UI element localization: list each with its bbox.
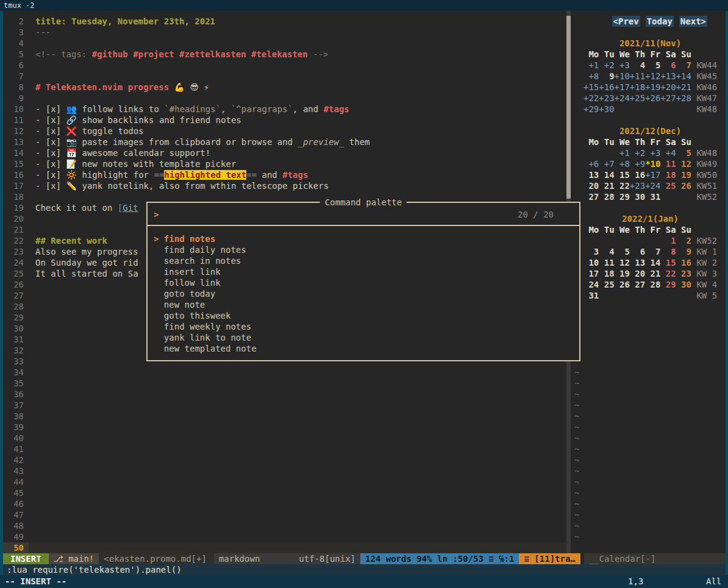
editor-line[interactable]: 44 — [3, 476, 566, 487]
calendar-day[interactable]: +2 — [630, 147, 645, 158]
palette-item[interactable]: goto thisweek — [148, 310, 579, 321]
calendar-day[interactable]: +17 — [615, 82, 630, 93]
editor-line[interactable]: 13- [x] 📷 paste images from clipboard or… — [3, 136, 566, 147]
calendar-day[interactable]: 27 — [583, 191, 599, 202]
palette-item[interactable]: > find notes — [148, 233, 579, 244]
calendar-day[interactable]: 5 — [615, 246, 630, 257]
calendar-day[interactable]: 10 — [583, 257, 599, 268]
calendar-day[interactable]: +20 — [660, 82, 676, 93]
calendar-day[interactable]: 18 — [660, 169, 676, 180]
editor-line[interactable]: 35 — [3, 378, 566, 389]
calendar-day[interactable]: +7 — [599, 158, 614, 169]
calendar-day[interactable]: +9 — [630, 158, 645, 169]
palette-item[interactable]: follow link — [148, 277, 579, 288]
editor-line[interactable]: 18 — [3, 191, 566, 202]
calendar-day[interactable]: 4 — [630, 60, 645, 71]
calendar-day[interactable]: 17 — [583, 268, 599, 279]
calendar-day[interactable]: +28 — [676, 93, 691, 104]
editor-line[interactable]: 45 — [3, 487, 566, 498]
calendar-day[interactable]: 7 — [645, 246, 660, 257]
calendar-day[interactable]: 15 — [660, 257, 676, 268]
calendar-day[interactable]: 29 — [660, 279, 676, 290]
editor-line[interactable]: 7 — [3, 71, 566, 82]
editor-line[interactable]: 38 — [3, 411, 566, 422]
editor-line[interactable]: 5<!-- tags: #github #project #zettelkast… — [3, 49, 566, 60]
editor-line[interactable]: 9 — [3, 93, 566, 104]
calendar-day[interactable]: +26 — [645, 93, 660, 104]
command-line[interactable]: :lua require('telekasten').panel() — [3, 564, 726, 575]
calendar-day[interactable]: 13 — [630, 257, 645, 268]
calendar-day[interactable]: 26 — [615, 279, 630, 290]
calendar-day[interactable]: +30 — [599, 104, 614, 115]
calendar-day[interactable]: 3 — [583, 246, 599, 257]
calendar-day[interactable]: +17 — [645, 169, 660, 180]
calendar-day[interactable]: 11 — [660, 158, 676, 169]
calendar-day[interactable]: 15 — [615, 169, 630, 180]
calendar-day[interactable]: 13 — [583, 169, 599, 180]
calendar-day[interactable]: +3 — [645, 147, 660, 158]
editor-line[interactable]: 37 — [3, 400, 566, 411]
calendar-day[interactable]: 16 — [676, 257, 691, 268]
calendar-day[interactable]: 22 — [615, 180, 630, 191]
palette-item[interactable]: new templated note — [148, 343, 579, 354]
editor-line[interactable]: 11- [x] 🔗 show backlinks and friend note… — [3, 115, 566, 126]
calendar-day[interactable]: 8 — [660, 246, 676, 257]
calendar-day[interactable]: 30 — [630, 191, 645, 202]
calendar-day[interactable]: 5 — [676, 147, 691, 158]
palette-item[interactable]: goto today — [148, 288, 579, 299]
calendar-day[interactable]: +23 — [599, 93, 614, 104]
palette-item[interactable]: new note — [148, 299, 579, 310]
calendar-day[interactable]: 31 — [645, 191, 660, 202]
palette-item[interactable]: search in notes — [148, 255, 579, 266]
calendar-day[interactable]: 14 — [645, 257, 660, 268]
calendar-day[interactable]: 6 — [660, 60, 676, 71]
calendar-day[interactable]: 20 — [583, 180, 599, 191]
calendar-day[interactable]: 19 — [676, 169, 691, 180]
calendar-day[interactable]: 14 — [599, 169, 614, 180]
calendar-day[interactable]: 31 — [583, 290, 599, 301]
scrollbar-thumb[interactable] — [566, 16, 571, 199]
calendar-next-button[interactable]: Next> — [679, 16, 707, 27]
calendar-day[interactable]: 16 — [630, 169, 645, 180]
editor-line[interactable]: 14- [x] 📅 awesome calendar support! — [3, 147, 566, 158]
calendar-day[interactable]: 26 — [676, 180, 691, 191]
calendar-day[interactable]: 22 — [660, 268, 676, 279]
calendar-day[interactable]: 6 — [630, 246, 645, 257]
calendar-day[interactable]: +1 — [583, 60, 599, 71]
calendar-day[interactable]: +8 — [615, 158, 630, 169]
calendar-day[interactable]: +19 — [645, 82, 660, 93]
editor-line[interactable]: 17- [x] ✏️ yank notelink, also from wthi… — [3, 180, 566, 191]
editor-line[interactable]: 36 — [3, 389, 566, 400]
calendar-day[interactable]: *10 — [645, 158, 660, 169]
editor-line[interactable]: 41 — [3, 444, 566, 455]
calendar-day[interactable]: 25 — [660, 180, 676, 191]
calendar-day[interactable]: 21 — [599, 180, 614, 191]
calendar-day[interactable]: +3 — [615, 60, 630, 71]
calendar-day[interactable]: 2 — [676, 235, 691, 246]
calendar-day[interactable]: +25 — [630, 93, 645, 104]
editor-line[interactable]: 8# Telekasten.nvim progress 💪 😎 ⚡ — [3, 82, 566, 93]
calendar-day[interactable]: 18 — [599, 268, 614, 279]
editor-line[interactable]: 34 — [3, 367, 566, 378]
calendar-day[interactable]: +11 — [630, 71, 645, 82]
calendar-day[interactable]: 21 — [645, 268, 660, 279]
calendar-day[interactable]: 4 — [599, 246, 614, 257]
calendar-day[interactable]: +13 — [660, 71, 676, 82]
calendar-prev-button[interactable]: <Prev — [612, 16, 640, 27]
editor-line[interactable]: 12- [x] ❌ toggle todos — [3, 126, 566, 136]
calendar-day[interactable]: 12 — [615, 257, 630, 268]
calendar-day[interactable]: 9 — [676, 246, 691, 257]
editor-line[interactable]: 47 — [3, 509, 566, 520]
calendar-day[interactable]: 27 — [630, 279, 645, 290]
editor-line[interactable]: 4 — [3, 38, 566, 49]
calendar-day[interactable]: +29 — [583, 104, 599, 115]
editor-line[interactable]: 6 — [3, 60, 566, 71]
calendar-day[interactable]: +10 — [615, 71, 630, 82]
palette-item[interactable]: insert link — [148, 266, 579, 277]
calendar-day[interactable]: +23 — [630, 180, 645, 191]
calendar-day[interactable]: 9 — [599, 71, 614, 82]
calendar-day[interactable]: +12 — [645, 71, 660, 82]
palette-item[interactable]: find daily notes — [148, 244, 579, 255]
editor-line[interactable]: 40 — [3, 433, 566, 444]
calendar-day[interactable]: 1 — [660, 235, 676, 246]
